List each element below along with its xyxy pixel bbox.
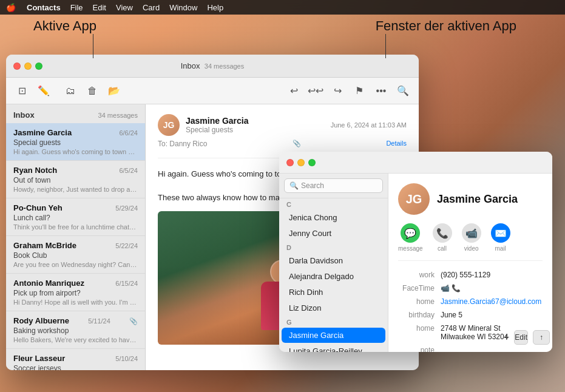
archive-icon[interactable]: 🗂 [62,83,79,100]
window-controls[interactable] [13,63,42,70]
contact-info-facetime: FaceTime 📹 📞 [398,284,543,292]
mail-list-item[interactable]: Jasmine Garcia 6/6/24 Special guests Hi … [6,123,145,161]
birthday-value: June 5 [441,311,543,319]
home-email-value[interactable]: Jasmine.Garcia67@icloud.com [441,297,543,306]
contacts-window: 🔍 Search C Jenica Chong Jenny Court D Da… [279,152,552,352]
contact-footer: + Edit ↑ [504,330,545,345]
mail-toolbar: ⊡ ✏️ 🗂 🗑 📂 ↩ ↩↩ ↪ ⚑ ••• 🔍 [6,78,419,104]
contact-list-item[interactable]: Jenica Chong [282,210,385,225]
apple-menu[interactable]: 🍎 [5,0,17,15]
menubar-card[interactable]: Card [138,0,164,15]
mail-list-item[interactable]: Po-Chun Yeh 5/29/24 Lunch call? Think yo… [6,198,145,236]
mail-action-button[interactable]: ✉️ mail [491,223,510,252]
menubar-help[interactable]: Help [202,0,228,15]
video-action-button[interactable]: 📹 video [462,223,481,252]
contact-list-item-selected[interactable]: Jasmine Garcia [282,328,385,343]
email-date: June 6, 2024 at 11:03 AM [331,121,407,129]
reply-icon[interactable]: ↩ [285,83,302,100]
contact-actions: 💬 message 📞 call 📹 video ✉️ mail [398,223,543,261]
email-subject: Special guests [186,126,325,134]
attachment-icon-small: 📎 [293,140,301,150]
section-header-c: C [279,198,388,209]
add-contact-button[interactable]: + [504,330,509,345]
move-icon[interactable]: 📂 [106,83,123,100]
video-action-label: video [464,245,479,252]
inbox-header: Inbox 34 messages [6,104,145,123]
mail-sidebar: Inbox 34 messages Jasmine Garcia 6/6/24 … [6,104,146,370]
contacts-close-button[interactable] [286,159,294,166]
reply-new-icon[interactable]: ✏️ [35,83,52,100]
edit-button[interactable]: Edit [514,330,528,345]
trash-icon[interactable]: 🗑 [84,83,101,100]
contacts-titlebar [279,152,552,174]
section-header-d: D [279,242,388,252]
facetime-video-icon: 📹 [441,284,450,292]
call-action-label: call [438,245,447,252]
menubar-view[interactable]: View [111,0,138,15]
mail-list-item[interactable]: Antonio Manriquez 6/15/24 Pick up from a… [6,274,145,311]
contact-info-work: work (920) 555-1129 [398,271,543,279]
mail-icon: ✉️ [491,223,510,243]
menubar-contacts[interactable]: Contacts [22,0,66,15]
work-value[interactable]: (920) 555-1129 [441,271,543,279]
reply-all-icon[interactable]: ↩↩ [307,83,324,100]
search-box[interactable]: 🔍 Search [284,178,383,193]
mail-list-item[interactable]: Fleur Lasseur 5/10/24 Soccer jerseys Are… [6,349,145,370]
contacts-search-area: 🔍 Search [279,174,388,198]
more-icon[interactable]: ••• [373,83,390,100]
menubar-window[interactable]: Window [164,0,202,15]
menubar: 🍎 Contacts File Edit View Card Window He… [0,0,565,15]
message-icon: 💬 [401,223,420,243]
search-icon: 🔍 [289,181,299,190]
search-icon[interactable]: 🔍 [394,83,411,100]
fullscreen-button[interactable] [35,63,42,70]
facetime-label: FaceTime [398,284,441,292]
mail-list-item[interactable]: Rody Albuerne 5/11/24 📎 Baking workshop … [6,311,145,349]
email-meta: To: Danny Rico 📎 Details [158,140,407,150]
contact-info-birthday: birthday June 5 [398,311,543,319]
minimize-button[interactable] [24,63,32,70]
contact-info-note: note [398,346,543,352]
home-email-label: home [398,297,441,306]
mail-window-title: Inbox 34 messages [181,61,244,70]
home-address-label: home [398,324,441,341]
mail-list-item[interactable]: Graham McBride 5/22/24 Book Club Are you… [6,236,145,274]
message-action-button[interactable]: 💬 message [398,223,423,252]
contacts-fullscreen-button[interactable] [308,159,316,166]
sender-avatar: JG [158,114,180,136]
contact-list-item[interactable]: Alejandra Delgado [282,269,385,284]
email-to: To: Danny Rico [158,140,207,148]
details-link[interactable]: Details [386,140,407,150]
menubar-edit[interactable]: Edit [88,0,111,15]
contact-list-item[interactable]: Rich Dinh [282,285,385,300]
contact-detail-header: JG Jasmine Garcia [398,183,543,215]
share-button[interactable]: ↑ [533,330,550,345]
contact-list-item[interactable]: Darla Davidson [282,253,385,268]
contact-list-item[interactable]: Liz Dizon [282,300,385,316]
forward-icon[interactable]: ↪ [329,83,346,100]
contact-list-item[interactable]: Jenny Court [282,226,385,241]
contact-list-item[interactable]: Lupita Garcia-Reilley [282,343,385,352]
section-header-g: G [279,316,388,327]
facetime-audio-icon: 📞 [452,284,461,292]
contacts-minimize-button[interactable] [297,159,305,166]
mail-list-item[interactable]: Ryan Notch 6/5/24 Out of town Howdy, nei… [6,161,145,198]
facetime-icons[interactable]: 📹 📞 [441,284,543,292]
close-button[interactable] [13,63,21,70]
search-placeholder: Search [301,181,324,190]
sender-info: Jasmine Garcia Special guests [186,116,325,134]
contact-detail: JG Jasmine Garcia 💬 message 📞 call 📹 vid… [388,174,552,352]
note-label: note [398,346,441,352]
note-value [441,346,543,352]
mail-action-label: mail [495,245,506,252]
sender-name: Jasmine Garcia [186,116,325,126]
flag-icon[interactable]: ⚑ [351,83,368,100]
compose-icon[interactable]: ⊡ [13,83,30,100]
contacts-list: 🔍 Search C Jenica Chong Jenny Court D Da… [279,174,388,352]
call-icon: 📞 [433,223,452,243]
contact-avatar: JG [398,183,430,215]
message-action-label: message [398,245,423,252]
menubar-file[interactable]: File [66,0,88,15]
mail-titlebar: Inbox 34 messages [6,55,419,78]
call-action-button[interactable]: 📞 call [433,223,452,252]
